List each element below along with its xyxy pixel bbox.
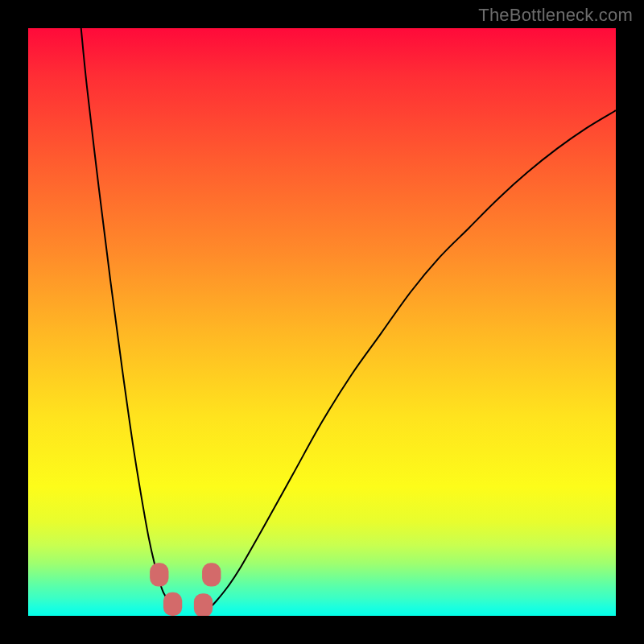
marker-m1 [150, 563, 168, 586]
curve-left-branch [81, 28, 181, 610]
marker-m2 [163, 592, 182, 616]
chart-frame: TheBottleneck.com [0, 0, 644, 644]
plot-area [28, 28, 616, 616]
curve-layer [28, 28, 616, 616]
watermark-text: TheBottleneck.com [478, 5, 633, 26]
curve-right-branch [204, 110, 616, 610]
marker-m4 [202, 563, 221, 586]
marker-m3 [194, 593, 213, 616]
bottleneck-curve [81, 28, 616, 610]
data-markers [150, 563, 221, 616]
